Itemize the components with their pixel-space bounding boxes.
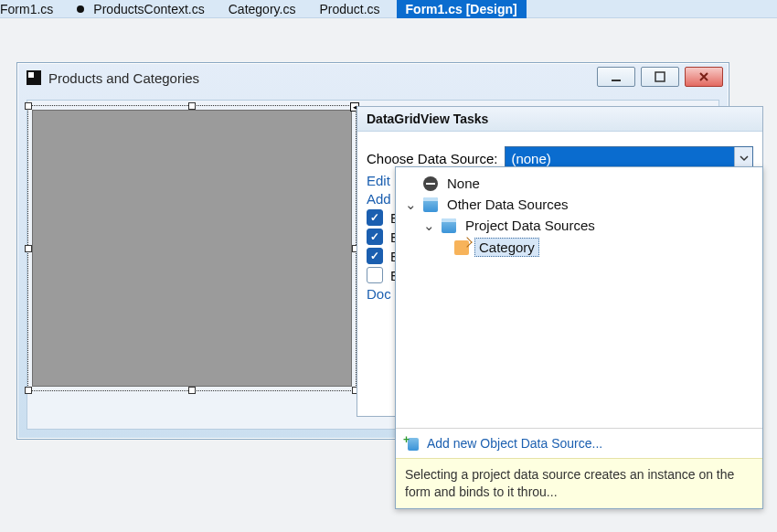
tab-label: ProductsContext.cs [93,2,204,16]
tab-product-cs[interactable]: Product.cs [312,0,396,18]
tab-form1-design[interactable]: Form1.cs [Design] [397,0,527,18]
minimize-icon [610,70,623,83]
datasource-selected: (none) [506,151,556,166]
tasks-title: DataGridView Tasks [357,107,762,132]
add-datasource-row[interactable]: + Add new Object Data Source... [396,428,762,458]
tab-productscontext-cs[interactable]: ProductsContext.cs [69,0,220,18]
tree-node-other-sources[interactable]: ⌄ Other Data Sources [403,194,755,215]
choose-datasource-label: Choose Data Source: [367,151,497,166]
close-button[interactable] [685,67,723,87]
unsaved-dot-icon [77,5,84,13]
resize-grip[interactable] [25,245,32,252]
tab-category-cs[interactable]: Category.cs [221,0,313,18]
close-icon [697,70,710,83]
chevron-down-icon[interactable]: ⌄ [421,218,436,234]
none-icon [423,176,438,191]
resize-grip[interactable] [188,102,196,110]
datagridview-control[interactable] [32,110,352,387]
window-controls [597,67,723,87]
app-icon [27,70,41,85]
maximize-button[interactable] [641,67,679,87]
tree-node-project-sources[interactable]: ⌄ Project Data Sources [403,215,755,236]
chevron-down-icon[interactable]: ⌄ [403,197,418,213]
tab-form1-cs[interactable]: Form1.cs [0,0,69,18]
svg-rect-0 [612,80,621,81]
tab-label: Category.cs [229,2,296,16]
designer-surface[interactable]: Products and Categories ◂ DataGridView [0,18,777,532]
add-datasource-icon: + [405,436,420,451]
datasource-tree: None ⌄ Other Data Sources ⌄ Project Data… [396,167,762,428]
resize-grip[interactable] [188,387,196,394]
class-icon [454,240,469,255]
database-icon [442,218,456,233]
maximize-icon [654,70,666,83]
tab-label: Form1.cs [Design] [406,2,517,16]
add-datasource-link[interactable]: Add new Object Data Source... [427,436,602,451]
document-tabs: Form1.cs ProductsContext.cs Category.cs … [0,0,777,18]
tree-node-category[interactable]: Category [403,236,755,259]
tab-label: Form1.cs [0,2,53,16]
resize-grip[interactable] [25,387,32,394]
window-title: Products and Categories [48,70,199,86]
minimize-button[interactable] [597,67,635,87]
datasource-hint: Selecting a project data source creates … [396,458,762,508]
tab-label: Product.cs [319,2,379,16]
svg-rect-1 [655,72,665,81]
datasource-tree-popup: None ⌄ Other Data Sources ⌄ Project Data… [395,166,763,509]
tree-node-none[interactable]: None [403,173,755,194]
datagridview-selection[interactable]: ◂ [27,105,357,391]
enable-editing-checkbox[interactable]: ✓ [367,229,383,245]
enable-reordering-checkbox[interactable] [367,267,383,283]
datasource-group-icon [423,197,438,212]
resize-grip[interactable] [25,102,32,110]
enable-adding-checkbox[interactable]: ✓ [367,209,383,226]
enable-deleting-checkbox[interactable]: ✓ [367,248,383,264]
